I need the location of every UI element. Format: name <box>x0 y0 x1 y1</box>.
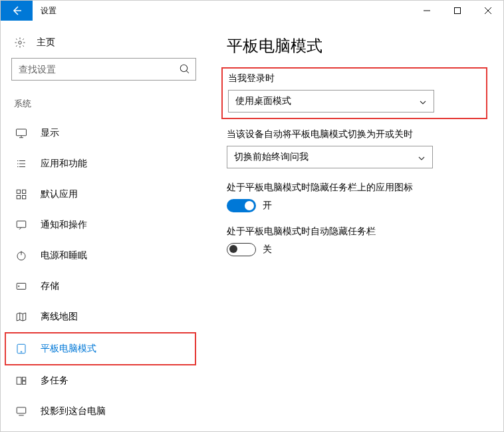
section-label: 系统 <box>11 94 196 118</box>
list-icon <box>15 158 27 170</box>
window-title: 设置 <box>33 1 412 21</box>
tablet-icon <box>15 343 27 355</box>
dropdown-value: 切换前始终询问我 <box>234 151 309 163</box>
sidebar-item-multitask[interactable]: 多任务 <box>11 365 196 396</box>
nav-label: 通知和操作 <box>41 219 87 231</box>
svg-rect-4 <box>17 190 20 193</box>
nav-label: 平板电脑模式 <box>41 343 96 355</box>
switch-label: 当该设备自动将平板电脑模式切换为开或关时 <box>227 128 487 140</box>
sidebar-item-tablet-mode[interactable]: 平板电脑模式 <box>11 333 192 364</box>
multitask-icon <box>15 375 27 387</box>
sidebar-item-display[interactable]: 显示 <box>11 118 196 148</box>
dropdown-value: 使用桌面模式 <box>235 95 291 107</box>
search-input[interactable] <box>11 58 196 81</box>
svg-rect-0 <box>455 8 461 14</box>
svg-rect-12 <box>17 344 25 353</box>
switch-dropdown[interactable]: 切换前始终询问我 <box>227 146 433 168</box>
nav-label: 离线地图 <box>41 311 78 323</box>
nav-label: 电源和睡眠 <box>41 250 87 262</box>
svg-point-11 <box>19 286 20 287</box>
page-title: 平板电脑模式 <box>227 35 487 57</box>
monitor-icon <box>15 127 27 139</box>
nav-label: 显示 <box>41 127 59 139</box>
maximize-icon <box>454 7 461 14</box>
svg-rect-15 <box>23 377 26 381</box>
svg-rect-3 <box>17 129 27 136</box>
close-button[interactable] <box>473 1 503 21</box>
power-icon <box>15 250 27 262</box>
sidebar-item-projecting[interactable]: 投影到这台电脑 <box>11 396 196 427</box>
sidebar-item-power[interactable]: 电源和睡眠 <box>11 240 196 271</box>
home-link[interactable]: 主页 <box>11 33 196 58</box>
sidebar-item-maps[interactable]: 离线地图 <box>11 302 196 332</box>
search-icon <box>179 63 191 75</box>
sidebar-item-storage[interactable]: 存储 <box>11 271 196 302</box>
svg-rect-6 <box>17 196 20 199</box>
back-button[interactable] <box>1 1 33 21</box>
nav-label: 投影到这台电脑 <box>41 405 106 417</box>
maximize-button[interactable] <box>442 1 473 21</box>
hide-icons-toggle[interactable] <box>227 199 256 212</box>
minimize-button[interactable] <box>412 1 442 21</box>
svg-rect-17 <box>17 407 26 413</box>
nav-label: 应用和功能 <box>41 158 87 170</box>
nav-label: 默认应用 <box>41 188 78 200</box>
svg-point-1 <box>19 41 22 45</box>
toggle-state: 开 <box>263 200 272 212</box>
svg-rect-5 <box>23 190 26 193</box>
sidebar-item-default-apps[interactable]: 默认应用 <box>11 179 196 210</box>
svg-rect-7 <box>23 196 26 199</box>
hide-taskbar-toggle[interactable] <box>227 243 256 256</box>
signin-dropdown[interactable]: 使用桌面模式 <box>228 90 434 112</box>
gear-icon <box>14 37 26 49</box>
nav-label: 多任务 <box>41 375 68 387</box>
signin-label: 当我登录时 <box>228 73 481 85</box>
sidebar-item-notifications[interactable]: 通知和操作 <box>11 210 196 240</box>
svg-point-13 <box>21 351 22 353</box>
svg-rect-8 <box>17 221 26 228</box>
close-icon <box>485 7 491 14</box>
chat-icon <box>15 219 27 231</box>
hide-taskbar-label: 处于平板电脑模式时自动隐藏任务栏 <box>227 226 487 238</box>
chevron-down-icon <box>418 154 426 162</box>
map-icon <box>15 311 27 323</box>
svg-rect-14 <box>17 377 21 385</box>
storage-icon <box>15 280 27 292</box>
minimize-icon <box>424 7 430 14</box>
sidebar-item-apps[interactable]: 应用和功能 <box>11 148 196 179</box>
nav-label: 存储 <box>41 280 59 292</box>
arrow-left-icon <box>11 5 22 16</box>
svg-point-2 <box>180 65 188 72</box>
hide-icons-label: 处于平板电脑模式时隐藏任务栏上的应用图标 <box>227 182 487 194</box>
toggle-state: 关 <box>263 244 272 256</box>
grid-icon <box>15 188 27 200</box>
project-icon <box>15 405 27 417</box>
chevron-down-icon <box>419 99 427 107</box>
home-label: 主页 <box>37 37 55 49</box>
svg-rect-16 <box>23 381 26 385</box>
